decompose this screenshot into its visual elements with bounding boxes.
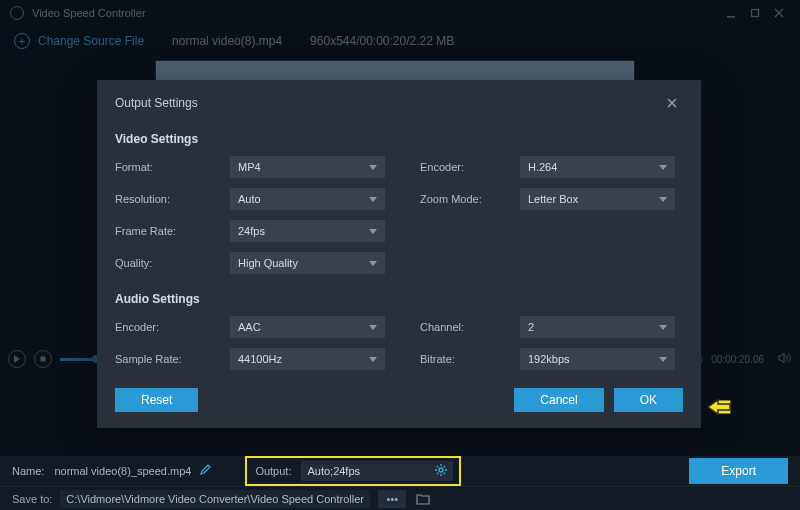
- name-label: Name:: [12, 465, 44, 477]
- save-path-value: C:\Vidmore\Vidmore Video Converter\Video…: [66, 493, 364, 505]
- frame-rate-select[interactable]: 24fps: [230, 220, 385, 242]
- sample-rate-select[interactable]: 44100Hz: [230, 348, 385, 370]
- chevron-down-icon: [369, 357, 377, 362]
- chevron-down-icon: [659, 325, 667, 330]
- output-settings-highlight: Output: Auto;24fps: [245, 456, 461, 486]
- video-encoder-select[interactable]: H.264: [520, 156, 675, 178]
- quality-label: Quality:: [115, 257, 230, 269]
- pencil-icon: [199, 464, 211, 476]
- chevron-down-icon: [659, 165, 667, 170]
- output-settings-button[interactable]: [435, 464, 447, 478]
- chevron-down-icon: [369, 325, 377, 330]
- output-summary-field[interactable]: Auto;24fps: [301, 461, 453, 481]
- save-to-row: Save to: C:\Vidmore\Vidmore Video Conver…: [0, 486, 800, 510]
- channel-label: Channel:: [420, 321, 520, 333]
- output-settings-dialog: Output Settings Video Settings Format: M…: [97, 80, 701, 428]
- audio-encoder-label: Encoder:: [115, 321, 230, 333]
- quality-select[interactable]: High Quality: [230, 252, 385, 274]
- resolution-select[interactable]: Auto: [230, 188, 385, 210]
- bottom-panel: Name: normal video(8)_speed.mp4 Output: …: [0, 456, 800, 510]
- export-button[interactable]: Export: [689, 458, 788, 484]
- open-folder-button[interactable]: [414, 490, 432, 508]
- resolution-label: Resolution:: [115, 193, 230, 205]
- chevron-down-icon: [659, 197, 667, 202]
- name-output-row: Name: normal video(8)_speed.mp4 Output: …: [0, 456, 800, 486]
- sample-rate-label: Sample Rate:: [115, 353, 230, 365]
- cancel-button[interactable]: Cancel: [514, 388, 603, 412]
- save-to-label: Save to:: [12, 493, 52, 505]
- folder-icon: [416, 493, 430, 505]
- output-label: Output:: [255, 465, 291, 477]
- gear-icon: [435, 464, 447, 476]
- dialog-title: Output Settings: [115, 96, 198, 110]
- chevron-down-icon: [369, 197, 377, 202]
- chevron-down-icon: [369, 261, 377, 266]
- zoom-mode-label: Zoom Mode:: [420, 193, 520, 205]
- close-icon: [666, 97, 678, 109]
- audio-settings-heading: Audio Settings: [115, 292, 683, 306]
- format-label: Format:: [115, 161, 230, 173]
- edit-name-button[interactable]: [199, 464, 211, 478]
- chevron-down-icon: [369, 165, 377, 170]
- bitrate-label: Bitrate:: [420, 353, 520, 365]
- reset-button[interactable]: Reset: [115, 388, 198, 412]
- chevron-down-icon: [659, 357, 667, 362]
- zoom-mode-select[interactable]: Letter Box: [520, 188, 675, 210]
- save-path-field[interactable]: C:\Vidmore\Vidmore Video Converter\Video…: [60, 490, 370, 508]
- frame-rate-label: Frame Rate:: [115, 225, 230, 237]
- video-encoder-label: Encoder:: [420, 161, 520, 173]
- ellipsis-icon: •••: [387, 493, 399, 505]
- bitrate-select[interactable]: 192kbps: [520, 348, 675, 370]
- chevron-down-icon: [369, 229, 377, 234]
- output-name-value: normal video(8)_speed.mp4: [54, 465, 191, 477]
- video-settings-heading: Video Settings: [115, 132, 683, 146]
- svg-point-4: [439, 468, 443, 472]
- audio-encoder-select[interactable]: AAC: [230, 316, 385, 338]
- dialog-close-button[interactable]: [661, 92, 683, 114]
- ok-button[interactable]: OK: [614, 388, 683, 412]
- video-settings-grid: Format: MP4 Encoder: H.264 Resolution: A…: [115, 156, 683, 274]
- audio-settings-grid: Encoder: AAC Channel: 2 Sample Rate: 441…: [115, 316, 683, 370]
- format-select[interactable]: MP4: [230, 156, 385, 178]
- channel-select[interactable]: 2: [520, 316, 675, 338]
- output-summary-value: Auto;24fps: [307, 465, 360, 477]
- browse-path-button[interactable]: •••: [378, 490, 406, 508]
